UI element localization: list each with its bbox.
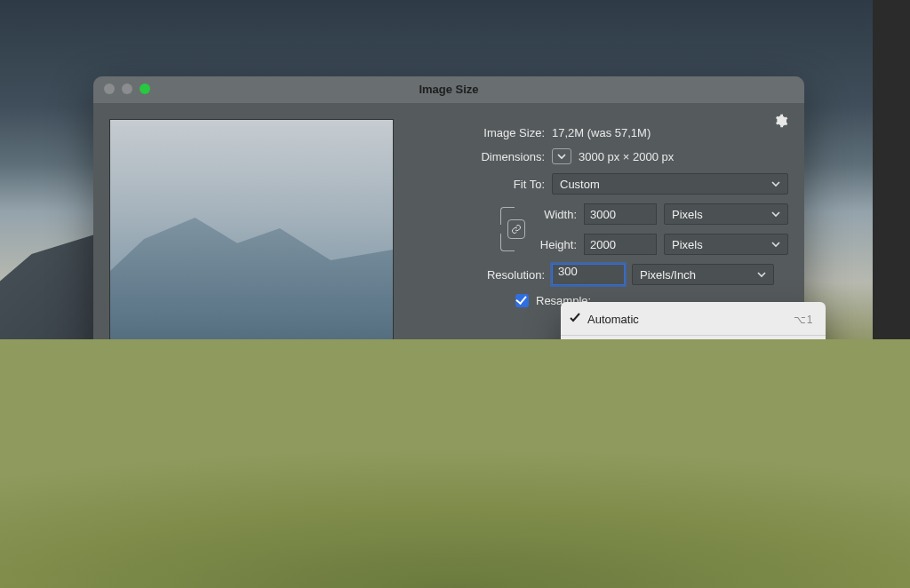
menu-item-shortcut: ⌥3 (794, 369, 813, 382)
menu-item-bicubic-smoother[interactable]: Bicubic Smoother (enlargement) ⌥4 (561, 387, 826, 411)
resolution-unit-value: Pixels/Inch (640, 268, 696, 282)
fit-to-select[interactable]: Custom (552, 173, 788, 195)
menu-item-shortcut: ⌥5 (794, 425, 813, 438)
gear-icon[interactable] (774, 114, 788, 131)
menu-item-label: Nearest Neighbor (hard edges) (587, 481, 746, 494)
chevron-down-icon (757, 268, 766, 282)
link-dimensions-bracket (497, 203, 523, 255)
menu-item-shortcut: ⌥6 (794, 457, 813, 470)
resolution-input[interactable]: 300 (552, 264, 625, 285)
menu-item-bicubic[interactable]: Bicubic (smooth gradients) ⌥6 (561, 451, 826, 475)
check-icon (570, 313, 580, 326)
label-dimensions: Dimensions: (420, 150, 545, 163)
menu-item-bilinear[interactable]: Bilinear ⌥8 (561, 499, 826, 523)
value-dimensions: 3000 px × 2000 px (579, 150, 674, 163)
menu-item-nearest-neighbor[interactable]: Nearest Neighbor (hard edges) ⌥7 (561, 475, 826, 499)
menu-item-shortcut: ⌥7 (794, 481, 813, 494)
menu-item-label: Bicubic Sharper (reduction) (587, 425, 728, 438)
menu-item-label: Preserve Details 2.0 (587, 369, 691, 382)
chevron-down-icon (771, 238, 780, 251)
width-unit-value: Pixels (672, 208, 703, 221)
resample-dropdown-menu: Automatic ⌥1 Preserve Details (enlargeme… (561, 302, 826, 528)
ok-button[interactable]: OK (682, 393, 770, 416)
width-unit-select[interactable]: Pixels (664, 203, 788, 225)
label-image-size: Image Size: (420, 126, 545, 139)
label-height: Height: (527, 238, 577, 251)
menu-item-preserve-details-2[interactable]: Preserve Details 2.0 ⌥3 (561, 363, 826, 387)
value-image-size: 17,2M (was 57,1M) (552, 126, 651, 139)
menu-item-bicubic-sharper[interactable]: Bicubic Sharper (reduction) ⌥5 (561, 419, 826, 443)
resolution-value: 300 (558, 265, 578, 278)
image-size-form: Image Size: 17,2M (was 57,1M) Dimensions… (420, 119, 788, 416)
traffic-lights (104, 83, 150, 94)
menu-item-label: Bicubic (smooth gradients) (587, 457, 724, 470)
label-fit-to: Fit To: (420, 178, 545, 191)
chevron-down-icon (771, 208, 780, 221)
menu-item-automatic[interactable]: Automatic ⌥1 (561, 307, 826, 331)
height-input[interactable] (584, 234, 657, 255)
menu-item-preserve-details[interactable]: Preserve Details (enlargement) ⌥2 (561, 339, 826, 363)
height-unit-value: Pixels (672, 238, 703, 251)
label-width: Width: (527, 208, 577, 221)
dimensions-dropdown-icon[interactable] (552, 148, 571, 164)
height-unit-select[interactable]: Pixels (664, 234, 788, 255)
menu-item-label: Bicubic Smoother (enlargement) (587, 393, 753, 406)
resolution-unit-select[interactable]: Pixels/Inch (632, 264, 774, 285)
cancel-button[interactable]: Cancel (580, 393, 668, 416)
menu-item-shortcut: ⌥1 (794, 314, 813, 326)
fit-to-value: Custom (560, 178, 600, 191)
window-close-button[interactable] (104, 83, 115, 94)
menu-item-label: Bilinear (587, 505, 626, 518)
window-zoom-button[interactable] (140, 83, 150, 94)
width-input[interactable] (584, 203, 657, 225)
menu-item-label: Preserve Details (enlargement) (587, 345, 747, 358)
menu-item-shortcut: ⌥8 (794, 505, 813, 518)
cancel-label: Cancel (606, 398, 642, 411)
ok-label: OK (718, 398, 735, 411)
dialog-title: Image Size (419, 83, 478, 96)
image-size-dialog: Image Size Image Size: 17,2M (was 57,1M)… (93, 76, 804, 449)
menu-item-shortcut: ⌥4 (794, 393, 813, 406)
resample-checkbox[interactable] (515, 294, 529, 307)
image-preview (109, 119, 394, 416)
titlebar: Image Size (93, 76, 804, 103)
app-side-panel (873, 0, 910, 588)
menu-item-label: Automatic (587, 313, 639, 326)
chevron-down-icon (771, 178, 780, 191)
window-minimize-button[interactable] (122, 83, 132, 94)
desktop-wallpaper: Image Size Image Size: 17,2M (was 57,1M)… (0, 0, 910, 588)
label-resolution: Resolution: (420, 268, 545, 282)
link-icon[interactable] (507, 219, 525, 239)
menu-item-shortcut: ⌥2 (794, 346, 813, 358)
